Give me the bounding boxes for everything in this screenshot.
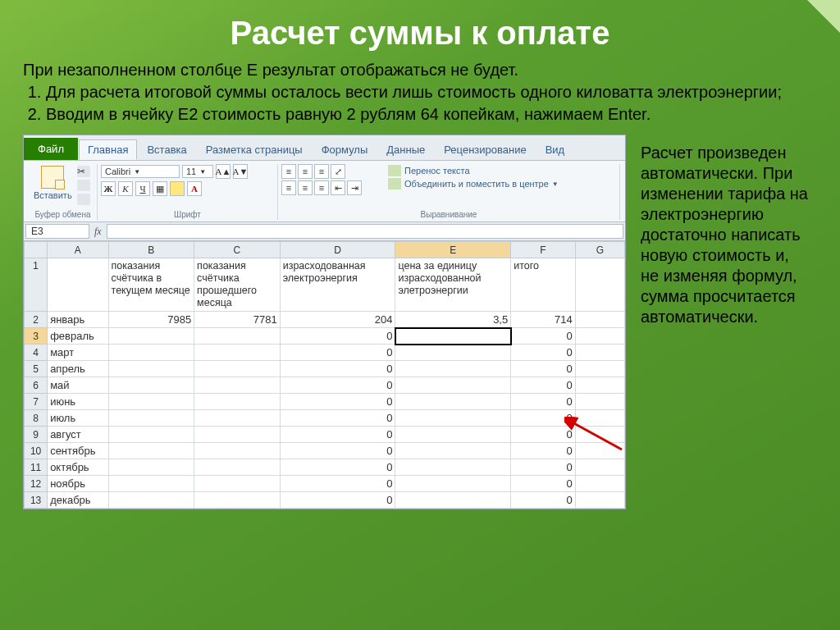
cell-F3[interactable]: 0 [511,328,575,345]
cell-C9[interactable] [194,427,281,443]
cell-D6[interactable]: 0 [280,377,395,394]
col-E[interactable]: E [395,242,511,258]
cell-G13[interactable] [575,492,624,509]
format-painter-icon[interactable] [77,194,90,205]
cell-A12[interactable]: ноябрь [48,476,108,492]
align-center-button[interactable]: ≡ [298,180,313,195]
row-4-header[interactable]: 4 [25,345,48,361]
formula-bar[interactable] [107,224,623,239]
cell-E11[interactable] [395,459,511,476]
cell-D12[interactable]: 0 [280,476,395,492]
cell-E3[interactable] [395,328,511,345]
merge-center-button[interactable]: Объединить и поместить в центре ▼ [386,177,613,190]
cell-C2[interactable]: 7781 [194,312,281,328]
tab-insert[interactable]: Вставка [138,139,195,160]
cell-G12[interactable] [575,476,624,492]
cell-C10[interactable] [194,443,281,459]
col-A[interactable]: A [48,242,108,258]
cell-A10[interactable]: сентябрь [48,443,108,459]
cell-E10[interactable] [395,443,511,459]
tab-formulas[interactable]: Формулы [313,139,377,160]
cell-B5[interactable] [108,361,194,377]
cell-E4[interactable] [395,345,511,361]
row-8-header[interactable]: 8 [25,410,48,427]
cell-G7[interactable] [575,394,624,410]
font-name-combo[interactable]: Calibri▼ [101,165,180,178]
col-G[interactable]: G [575,242,624,258]
cell-F6[interactable]: 0 [511,377,575,394]
cell-D8[interactable]: 0 [280,410,395,427]
cell-A9[interactable]: август [48,427,108,443]
align-top-button[interactable]: ≡ [281,164,296,179]
name-box[interactable]: E3 [25,224,89,239]
grow-font-button[interactable]: A▲ [216,164,231,179]
cell-C1[interactable]: показания счётчика прошедшего месяца [194,258,281,312]
cell-F13[interactable]: 0 [511,492,575,509]
cell-B3[interactable] [108,328,194,345]
cell-C4[interactable] [194,345,281,361]
fill-color-button[interactable] [170,181,185,196]
tab-data[interactable]: Данные [377,139,434,160]
cell-E9[interactable] [395,427,511,443]
shrink-font-button[interactable]: A▼ [233,164,248,179]
worksheet[interactable]: A B C D E F G 1 показания счётчика в тек… [24,241,625,509]
cut-icon[interactable]: ✂ [77,166,90,177]
cell-A8[interactable]: июль [48,410,108,427]
cell-E1[interactable]: цена за единицу израсходованной элетроэн… [395,258,511,312]
cell-B13[interactable] [108,492,194,509]
cell-D1[interactable]: израсходованная электроэнергия [280,258,395,312]
cell-D13[interactable]: 0 [280,492,395,509]
cell-G3[interactable] [575,328,624,345]
cell-C8[interactable] [194,410,281,427]
row-10-header[interactable]: 10 [25,443,48,459]
cell-E13[interactable] [395,492,511,509]
font-size-combo[interactable]: 11▼ [182,165,213,178]
fx-icon[interactable]: fx [89,226,107,238]
cell-A6[interactable]: май [48,377,108,394]
paste-button[interactable]: Вставить [32,164,74,207]
row-5-header[interactable]: 5 [25,361,48,377]
cell-B6[interactable] [108,377,194,394]
cell-D2[interactable]: 204 [280,312,395,328]
italic-button[interactable]: К [118,181,133,196]
cell-C13[interactable] [194,492,281,509]
cell-B2[interactable]: 7985 [108,312,194,328]
cell-E7[interactable] [395,394,511,410]
row-12-header[interactable]: 12 [25,476,48,492]
row-9-header[interactable]: 9 [25,427,48,443]
cell-F7[interactable]: 0 [511,394,575,410]
decrease-indent-button[interactable]: ⇤ [331,180,345,195]
col-D[interactable]: D [280,242,395,258]
cell-A11[interactable]: октябрь [48,459,108,476]
cell-A1[interactable] [48,258,108,312]
tab-file[interactable]: Файл [24,138,78,160]
cell-B1[interactable]: показания счётчика в текущем месяце [108,258,194,312]
align-right-button[interactable]: ≡ [314,180,329,195]
border-button[interactable]: ▦ [153,181,167,196]
cell-F5[interactable]: 0 [511,361,575,377]
tab-review[interactable]: Рецензирование [435,139,535,160]
row-6-header[interactable]: 6 [25,377,48,394]
cell-B8[interactable] [108,410,194,427]
copy-icon[interactable] [77,180,90,191]
cell-D4[interactable]: 0 [280,345,395,361]
align-middle-button[interactable]: ≡ [298,164,313,179]
cell-C3[interactable] [194,328,281,345]
tab-home[interactable]: Главная [79,139,137,160]
cell-E5[interactable] [395,361,511,377]
align-bottom-button[interactable]: ≡ [314,164,329,179]
cell-D10[interactable]: 0 [280,443,395,459]
col-B[interactable]: B [108,242,194,258]
col-C[interactable]: C [194,242,281,258]
cell-C6[interactable] [194,377,281,394]
cell-B4[interactable] [108,345,194,361]
select-all-button[interactable] [25,242,48,258]
row-13-header[interactable]: 13 [25,492,48,509]
align-left-button[interactable]: ≡ [281,180,296,195]
cell-G4[interactable] [575,345,624,361]
cell-A5[interactable]: апрель [48,361,108,377]
col-F[interactable]: F [511,242,575,258]
cell-B12[interactable] [108,476,194,492]
font-color-button[interactable]: A [187,181,202,196]
cell-B7[interactable] [108,394,194,410]
